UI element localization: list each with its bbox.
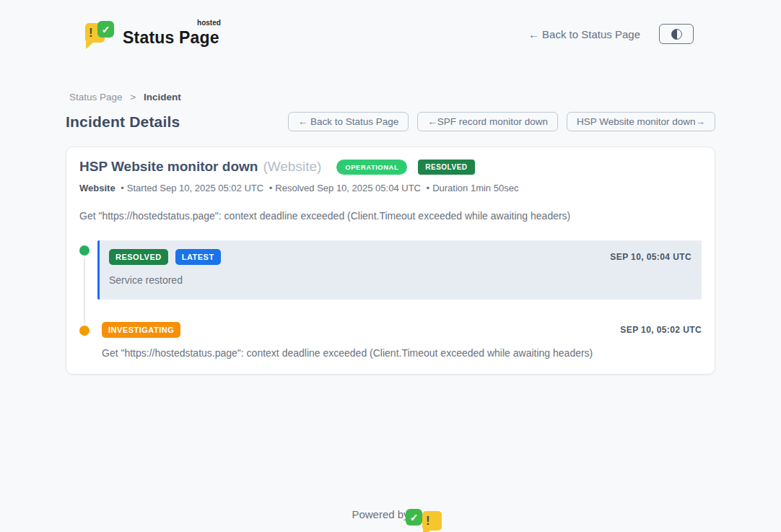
main-content: Status Page > Incident Incident Details … bbox=[66, 92, 715, 375]
next-incident-button[interactable]: HSP Website monitor down→ bbox=[567, 112, 715, 131]
incident-nav-buttons: ← Back to Status Page ←SPF record monito… bbox=[288, 112, 715, 131]
breadcrumb-status-page[interactable]: Status Page bbox=[69, 92, 123, 103]
brand-logo[interactable]: ! ✓ hosted Status Page bbox=[85, 19, 219, 48]
incident-card: HSP Website monitor down (Website) OPERA… bbox=[66, 147, 715, 375]
timeline-entry-message: Get "https://hostedstatus.page": context… bbox=[102, 347, 702, 359]
timeline-entry-badges: RESOLVED LATEST bbox=[109, 249, 221, 265]
timeline-dot-green bbox=[79, 245, 90, 256]
investigating-status-badge: INVESTIGATING bbox=[102, 322, 180, 338]
brand-text: hosted Status Page bbox=[123, 19, 219, 48]
incident-timeline: RESOLVED LATEST SEP 10, 05:04 UTC Servic… bbox=[79, 240, 702, 359]
timeline-entry-investigating: INVESTIGATING SEP 10, 05:02 UTC Get "htt… bbox=[79, 320, 702, 359]
contrast-icon bbox=[671, 29, 682, 40]
timeline-entry-timestamp: SEP 10, 05:02 UTC bbox=[620, 325, 702, 335]
brand-logo-icon: ! ✓ bbox=[85, 19, 114, 48]
footer-brand-icon[interactable]: ! ✓ bbox=[416, 507, 429, 521]
timeline-entry-header: INVESTIGATING SEP 10, 05:02 UTC bbox=[102, 322, 702, 338]
incident-resolved: Resolved Sep 10, 2025 05:04 UTC bbox=[275, 183, 421, 193]
title-row: Incident Details ← Back to Status Page ←… bbox=[66, 112, 715, 131]
powered-by-label: Powered by bbox=[352, 508, 409, 520]
incident-description: Get "https://hostedstatus.page": context… bbox=[79, 210, 702, 222]
exclamation-bubble-icon: ! bbox=[422, 511, 442, 531]
checkmark-icon: ✓ bbox=[97, 21, 114, 38]
prev-incident-button[interactable]: ←SPF record monitor down bbox=[417, 112, 558, 131]
meta-separator: • bbox=[121, 183, 124, 193]
incident-duration: Duration 1min 50sec bbox=[432, 183, 518, 193]
brand-superscript: hosted bbox=[197, 19, 221, 27]
page-title: Incident Details bbox=[66, 113, 180, 131]
powered-by: Powered by ! ✓ bbox=[0, 507, 781, 521]
breadcrumb-incident: Incident bbox=[144, 92, 181, 103]
incident-title: HSP Website monitor down bbox=[79, 159, 258, 175]
incident-title-row: HSP Website monitor down (Website) OPERA… bbox=[79, 159, 702, 175]
header-actions: ← Back to Status Page bbox=[528, 24, 694, 44]
checkmark-icon: ✓ bbox=[406, 509, 422, 526]
timeline-entry-header: RESOLVED LATEST SEP 10, 05:04 UTC bbox=[109, 249, 691, 265]
timeline-entry-timestamp: SEP 10, 05:04 UTC bbox=[610, 252, 691, 262]
timeline-dot-orange bbox=[79, 326, 90, 336]
incident-started: Started Sep 10, 2025 05:02 UTC bbox=[127, 183, 263, 193]
incident-scope: (Website) bbox=[263, 159, 321, 175]
brand-name: Status Page bbox=[123, 28, 219, 47]
timeline-entry-content: INVESTIGATING SEP 10, 05:02 UTC Get "htt… bbox=[102, 320, 702, 359]
meta-separator: • bbox=[427, 183, 430, 193]
timeline-entry-resolved: RESOLVED LATEST SEP 10, 05:04 UTC Servic… bbox=[79, 240, 702, 300]
header-back-link[interactable]: ← Back to Status Page bbox=[528, 28, 640, 40]
latest-tag-badge: LATEST bbox=[175, 249, 221, 265]
meta-separator: • bbox=[269, 183, 273, 193]
breadcrumb-separator: > bbox=[130, 92, 136, 103]
resolved-status-badge: RESOLVED bbox=[109, 249, 168, 265]
breadcrumb: Status Page > Incident bbox=[66, 92, 715, 103]
timeline-entry-message: Service restored bbox=[109, 274, 691, 286]
header: ! ✓ hosted Status Page ← Back to Status … bbox=[0, 0, 781, 55]
incident-meta: Website •Started Sep 10, 2025 05:02 UTC … bbox=[79, 183, 702, 193]
back-to-status-page-button[interactable]: ← Back to Status Page bbox=[288, 112, 409, 131]
footer: Powered by ! ✓ © 2025-10-08 14:10:34.772… bbox=[0, 507, 781, 532]
resolved-badge: RESOLVED bbox=[418, 160, 474, 175]
operational-badge: OPERATIONAL bbox=[336, 160, 407, 175]
theme-toggle-button[interactable] bbox=[659, 24, 694, 44]
timeline-entry-card: RESOLVED LATEST SEP 10, 05:04 UTC Servic… bbox=[97, 240, 702, 300]
incident-service: Website bbox=[79, 183, 115, 193]
